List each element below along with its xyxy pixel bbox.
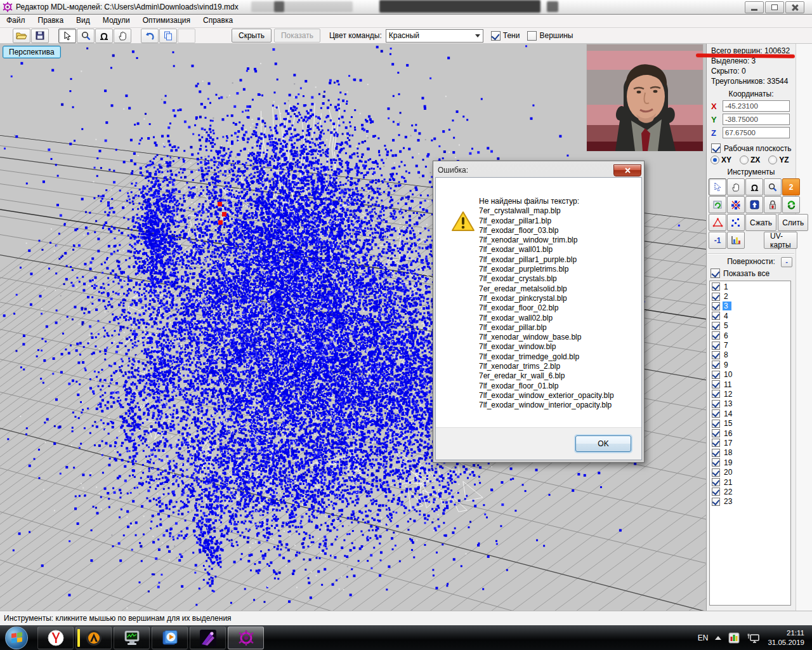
perspective-button[interactable]: Перспектива [3, 46, 61, 58]
surface-list-item[interactable]: 1 [710, 282, 790, 291]
dialog-title-bar[interactable]: Ошибка: [435, 163, 642, 177]
plane-radio-item[interactable]: YZ [768, 156, 789, 164]
surface-list-item[interactable]: 8 [710, 350, 790, 360]
menu-item[interactable]: Модули [96, 14, 136, 27]
vertices-checkbox-row[interactable]: Вершины [527, 31, 573, 41]
surface-checkbox[interactable] [712, 429, 720, 437]
vertex-cloud-tool[interactable] [727, 214, 745, 231]
vertices-checkbox[interactable] [527, 31, 537, 41]
coordinate-input[interactable] [723, 114, 790, 125]
surface-checkbox[interactable] [712, 478, 720, 486]
refresh-view-tool[interactable] [709, 196, 726, 213]
surface-list-item[interactable]: 16 [710, 428, 790, 438]
radio-icon[interactable] [710, 156, 719, 164]
surface-checkbox[interactable] [712, 342, 720, 350]
menu-item[interactable]: Вид [70, 14, 96, 27]
ok-button[interactable]: OK [575, 435, 631, 452]
copy-button[interactable] [159, 29, 177, 43]
surface-checkbox[interactable] [712, 449, 720, 457]
plane-radio-item[interactable]: ZX [740, 156, 760, 164]
surface-list-item[interactable]: 21 [710, 477, 790, 487]
taskbar-app-mdl-editor[interactable] [228, 627, 264, 649]
triangle-tool[interactable] [709, 214, 726, 231]
surface-list-item[interactable]: 19 [710, 458, 790, 467]
surface-checkbox[interactable] [712, 468, 720, 477]
rotate-tool[interactable] [745, 178, 763, 196]
restore-button[interactable] [765, 1, 784, 13]
dialog-close-button[interactable] [613, 164, 641, 176]
histogram-tool[interactable] [727, 232, 745, 249]
pan-tool-button[interactable] [114, 29, 131, 43]
surface-checkbox[interactable] [712, 351, 720, 359]
network-tray-icon[interactable] [747, 632, 761, 644]
taskbar-app-media-player[interactable] [152, 627, 188, 649]
uv-maps-button[interactable]: UV-карты [764, 232, 797, 249]
surface-checkbox[interactable] [712, 400, 720, 408]
open-file-button[interactable] [13, 29, 30, 43]
levels-tray-icon[interactable] [728, 632, 740, 644]
show-all-checkbox[interactable] [710, 269, 720, 278]
zoom-tool-button[interactable] [77, 29, 95, 43]
surface-list-item[interactable]: 15 [710, 418, 790, 428]
rotate-tool-button[interactable] [95, 29, 113, 43]
surface-checkbox[interactable] [712, 439, 720, 447]
taskbar-app-yandex-browser[interactable] [37, 627, 74, 649]
surface-list-item[interactable]: 14 [710, 409, 790, 418]
surface-list-item[interactable]: 2 [710, 291, 790, 301]
radio-icon[interactable] [740, 156, 749, 164]
merge-button[interactable]: Слить [778, 214, 808, 231]
work-plane-row[interactable]: Рабочая плоскость [711, 143, 796, 153]
pan-tool[interactable] [727, 178, 745, 196]
surface-checkbox[interactable] [712, 371, 720, 379]
surface-list-item[interactable]: 10 [710, 370, 790, 380]
minus-one-tool[interactable]: -1 [709, 232, 726, 249]
minimize-button[interactable] [745, 1, 764, 13]
surface-list-item[interactable]: 9 [710, 360, 790, 369]
collapse-surfaces-button[interactable]: - [781, 257, 792, 267]
spread-vertices-tool[interactable] [727, 196, 745, 213]
surface-checkbox[interactable] [712, 293, 720, 301]
surface-list-item[interactable]: 17 [710, 438, 790, 448]
surface-list-item[interactable]: 6 [710, 331, 790, 340]
mode-2-tool[interactable]: 2 [782, 178, 800, 196]
surfaces-list[interactable]: 1 2 3 4 5 6 [709, 281, 791, 606]
radio-icon[interactable] [768, 156, 777, 164]
surface-checkbox[interactable] [712, 380, 720, 388]
taskbar-app-system-monitor[interactable] [114, 627, 150, 649]
surface-checkbox[interactable] [712, 409, 720, 418]
shadows-checkbox-row[interactable]: Тени [491, 31, 520, 41]
hide-button[interactable]: Скрыть [232, 29, 272, 43]
zoom-tool[interactable] [764, 178, 782, 196]
save-button[interactable] [31, 29, 49, 43]
surface-list-item[interactable]: 13 [710, 399, 790, 409]
surface-checkbox[interactable] [712, 498, 720, 506]
surface-list-item[interactable]: 7 [710, 340, 790, 350]
tray-expand-icon[interactable] [715, 636, 721, 640]
select-vertices-tool[interactable] [709, 178, 726, 196]
show-all-row[interactable]: Показать все [710, 269, 796, 278]
surface-list-item[interactable]: 20 [710, 467, 790, 477]
menu-item[interactable]: Справка [197, 14, 239, 27]
taskbar-app-warcraft[interactable] [190, 627, 226, 649]
surface-list-item[interactable]: 4 [710, 311, 790, 321]
taskbar-app-aimp[interactable] [75, 627, 112, 649]
plane-radio-item[interactable]: XY [710, 156, 731, 164]
surface-list-item[interactable]: 3 [710, 302, 790, 311]
language-indicator[interactable]: EN [698, 633, 709, 642]
lock-tool[interactable] [764, 196, 782, 213]
shadows-checkbox[interactable] [491, 31, 501, 41]
surface-checkbox[interactable] [712, 488, 720, 496]
surface-checkbox[interactable] [712, 390, 720, 398]
surface-list-item[interactable]: 11 [710, 380, 790, 389]
surface-list-item[interactable]: 5 [710, 321, 790, 331]
surface-checkbox[interactable] [712, 302, 720, 310]
coordinate-input[interactable] [723, 127, 790, 138]
start-button[interactable] [5, 627, 28, 649]
coordinate-input[interactable] [723, 100, 790, 112]
compress-button[interactable]: Сжать [745, 214, 776, 231]
surface-checkbox[interactable] [712, 361, 720, 369]
menu-item[interactable]: Оптимизация [136, 14, 197, 27]
clock[interactable]: 21:11 31.05.2019 [768, 628, 804, 647]
surface-list-item[interactable]: 12 [710, 389, 790, 399]
surface-checkbox[interactable] [712, 312, 720, 320]
